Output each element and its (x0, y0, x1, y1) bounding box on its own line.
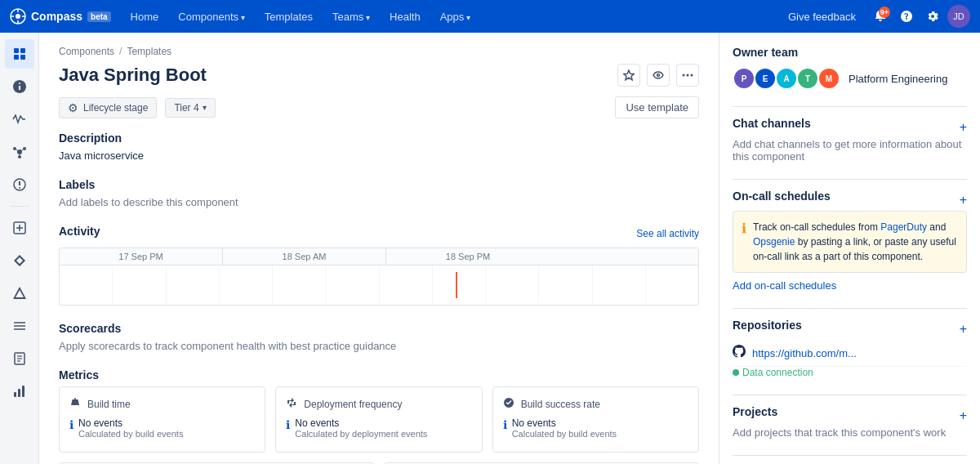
add-on-call-schedule-link[interactable]: Add on-call schedules (733, 279, 967, 292)
labels-placeholder: Add labels to describe this component (59, 196, 699, 208)
metric-build-time-sublabel: Calculated by build events (78, 429, 183, 439)
tidelift-icon (12, 319, 27, 333)
lifecycle-row: ⚙ Lifecycle stage Tier 4 ▾ Use template (59, 96, 699, 118)
nav-teams[interactable]: Teams (326, 7, 376, 26)
owner-avatar-3[interactable]: T (796, 67, 819, 90)
activity-icon (12, 112, 27, 127)
activity-header: Activity See all activity (59, 225, 699, 243)
svg-rect-9 (20, 55, 25, 60)
owner-avatar-4[interactable]: M (817, 67, 840, 90)
metric-build-success-label: No events (512, 417, 617, 429)
nav-icons: 9+ JD (869, 5, 970, 28)
logo-text: Compass (31, 10, 82, 23)
owner-team-section: Owner team P E A T M Platform Engineerin… (733, 46, 967, 90)
sidebar-item-tidelift[interactable] (5, 311, 34, 341)
sidebar-item-statuspage[interactable] (5, 377, 34, 406)
status-label: Data connection (742, 367, 813, 378)
svg-point-1 (16, 14, 20, 19)
owner-avatar-2[interactable]: A (775, 67, 798, 90)
github-icon (733, 345, 746, 361)
activity-title: Activity (59, 225, 100, 238)
breadcrumb-templates[interactable]: Templates (127, 46, 172, 57)
repository-url[interactable]: https://github.com/m... (752, 347, 967, 359)
notification-count: 9+ (879, 7, 890, 18)
projects-placeholder: Add projects that track this component's… (733, 426, 967, 439)
beta-badge: beta (87, 11, 111, 22)
tier-chevron-icon: ▾ (203, 103, 207, 112)
svg-rect-27 (22, 386, 24, 397)
notifications-button[interactable]: 9+ (869, 5, 892, 28)
app-layout: Components / Templates Java Spring Boot (0, 33, 980, 464)
sidebar-item-sentry[interactable] (5, 279, 34, 308)
svg-line-15 (21, 149, 23, 151)
owner-team-name: Platform Engineering (849, 73, 947, 85)
lifecycle-stage-button[interactable]: ⚙ Lifecycle stage (59, 97, 157, 118)
build-success-icon (503, 397, 514, 411)
sidebar-item-overview[interactable] (5, 39, 34, 69)
issues-icon (12, 177, 27, 192)
add-chat-channel-button[interactable]: + (960, 117, 967, 138)
svg-point-10 (17, 149, 22, 154)
announcement-icon (12, 79, 27, 94)
scorecards-title: Scorecards (59, 322, 699, 335)
nav-home[interactable]: Home (124, 7, 166, 26)
metric-build-time-label: No events (78, 417, 183, 429)
svg-point-13 (18, 155, 21, 158)
chat-channels-section: Chat channels + Add chat channels to get… (733, 117, 967, 163)
nav-components[interactable]: Components (172, 7, 252, 26)
user-avatar[interactable]: JD (947, 5, 970, 28)
svg-rect-26 (18, 389, 20, 397)
owner-avatars: P E A T M (733, 67, 840, 90)
opsgenie-link[interactable]: Opsgenie (753, 236, 795, 248)
svg-rect-6 (14, 48, 19, 53)
on-call-description: Track on-call schedules from PagerDuty a… (753, 220, 958, 264)
svg-point-29 (657, 74, 660, 77)
use-template-button[interactable]: Use template (615, 96, 699, 118)
watch-button[interactable] (647, 64, 670, 87)
swagger-icon (12, 221, 27, 235)
gear-icon (926, 10, 939, 23)
settings-button[interactable] (921, 5, 944, 28)
pagerduty-link[interactable]: PagerDuty (880, 221, 927, 233)
owner-avatar-1[interactable]: E (754, 67, 777, 90)
metric-build-success-info-icon: ℹ (503, 418, 507, 431)
star-button[interactable] (617, 64, 640, 87)
chat-channels-placeholder: Add chat channels to get more informatio… (733, 138, 967, 163)
on-call-card: ℹ Track on-call schedules from PagerDuty… (733, 211, 967, 273)
sidebar-item-launchdarkly[interactable] (5, 246, 34, 275)
breadcrumb-components[interactable]: Components (59, 46, 114, 57)
add-project-button[interactable]: + (960, 405, 967, 426)
sidebar-item-dependencies[interactable] (5, 137, 34, 167)
divider-3 (733, 395, 967, 395)
sidebar (0, 33, 39, 464)
lifecycle-icon: ⚙ (68, 101, 78, 114)
help-icon (900, 10, 913, 23)
sidebar-item-release-notes[interactable] (5, 344, 34, 373)
statuspage-icon (12, 384, 27, 399)
tier-button[interactable]: Tier 4 ▾ (165, 98, 215, 118)
more-dots-icon (682, 69, 693, 81)
sidebar-item-activity[interactable] (5, 105, 34, 134)
on-call-section: On-call schedules + ℹ Track on-call sche… (733, 190, 967, 292)
sidebar-item-announcements[interactable] (5, 72, 34, 101)
nav-templates[interactable]: Templates (258, 7, 319, 26)
add-on-call-button[interactable]: + (960, 190, 967, 211)
see-all-activity-link[interactable]: See all activity (636, 228, 699, 239)
more-options-button[interactable] (676, 64, 699, 87)
metric-deploy-freq-label: No events (295, 417, 427, 429)
svg-rect-7 (20, 48, 25, 53)
page-header-icons (617, 64, 699, 87)
svg-point-31 (687, 74, 689, 77)
activity-timeline: 17 Sep PM 18 Sep AM 18 Sep PM (59, 248, 699, 306)
nav-apps[interactable]: Apps (434, 7, 477, 26)
owner-avatar-0[interactable]: P (733, 67, 755, 90)
description-title: Description (59, 132, 699, 145)
sidebar-item-swagger[interactable] (5, 213, 34, 243)
help-button[interactable] (895, 5, 918, 28)
nav-health[interactable]: Health (383, 7, 427, 26)
sidebar-divider (10, 206, 29, 207)
give-feedback-button[interactable]: Give feedback (782, 7, 862, 26)
timeline-date-1: 18 Sep AM (223, 248, 386, 265)
add-repository-button[interactable]: + (960, 319, 967, 340)
sidebar-item-issues[interactable] (5, 170, 34, 199)
